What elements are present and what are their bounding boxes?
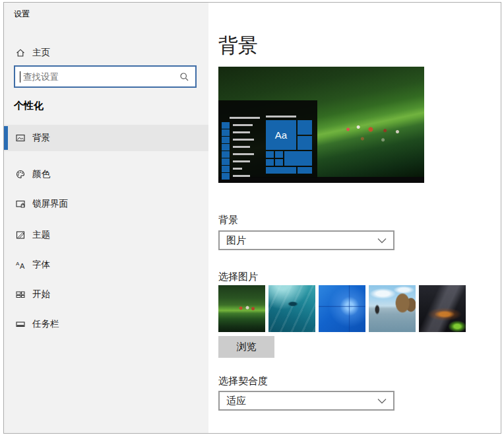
search-icon[interactable] (179, 72, 189, 82)
start-tile (298, 136, 312, 150)
start-tile (266, 159, 274, 166)
sidebar-item-label: 背景 (32, 132, 50, 144)
sidebar-item-label: 字体 (32, 259, 50, 271)
background-dropdown-label: 背景 (218, 214, 238, 226)
sidebar-item-label: 任务栏 (32, 318, 59, 330)
menu-line (233, 124, 253, 126)
menu-line (233, 131, 250, 133)
sidebar-item-home[interactable]: 主页 (4, 40, 208, 65)
menu-tile (222, 129, 230, 136)
browse-button[interactable]: 浏览 (218, 336, 274, 358)
sidebar-item-start[interactable]: 开始 (4, 281, 208, 308)
start-tile (284, 151, 312, 166)
start-tile (275, 159, 283, 166)
start-tile (298, 120, 312, 135)
thumbnail-underwater-swimmer[interactable] (268, 285, 315, 332)
sidebar: 设置 主页 个性化 背景 (4, 3, 208, 433)
sidebar-item-lock-screen[interactable]: 锁屏界面 (4, 191, 208, 217)
start-menu-overlay: Aa (218, 100, 317, 178)
sidebar-item-label: 颜色 (32, 168, 50, 180)
choose-picture-label: 选择图片 (218, 271, 258, 283)
fonts-icon: A A (15, 259, 26, 270)
sidebar-item-themes[interactable]: 主题 (4, 222, 208, 248)
sidebar-home-label: 主页 (32, 47, 50, 59)
menu-tile (222, 144, 230, 151)
aa-tile: Aa (266, 120, 296, 150)
start-tile (266, 167, 296, 174)
start-tile (275, 151, 283, 158)
menu-line (233, 175, 250, 177)
sidebar-section-header: 个性化 (14, 100, 44, 112)
start-tile (298, 167, 312, 174)
chevron-down-icon (377, 238, 387, 244)
menu-line (233, 160, 250, 162)
main-content: 背景 Aa (218, 3, 501, 433)
start-icon (15, 289, 26, 300)
sidebar-item-label: 锁屏界面 (32, 198, 68, 210)
search-box[interactable] (14, 65, 197, 88)
thumbnail-fjord-landscape[interactable] (218, 285, 265, 332)
fit-value: 适应 (226, 395, 246, 407)
settings-window: 设置 主页 个性化 背景 (3, 2, 501, 434)
fit-dropdown[interactable]: 适应 (218, 391, 394, 411)
menu-tile (222, 137, 230, 143)
thumbnail-windows-default-blue[interactable] (319, 285, 365, 332)
home-icon (15, 48, 26, 58)
sidebar-item-background[interactable]: 背景 (4, 125, 208, 151)
search-input[interactable] (20, 72, 179, 82)
sidebar-item-label: 主题 (32, 229, 50, 241)
menu-tile (222, 173, 230, 180)
start-tile (266, 151, 274, 158)
fit-dropdown-label: 选择契合度 (218, 375, 268, 388)
menu-line (230, 117, 260, 119)
window-title: 设置 (14, 9, 30, 20)
sidebar-item-colors[interactable]: 颜色 (4, 161, 208, 187)
palette-icon (15, 169, 26, 180)
menu-tile (222, 166, 230, 172)
menu-line (233, 153, 254, 155)
desktop-background: 设置 主页 个性化 背景 (0, 0, 504, 439)
menu-tile (222, 122, 230, 129)
theme-icon (15, 230, 26, 240)
taskbar-icon (15, 319, 26, 329)
background-image-icon (15, 133, 26, 143)
sidebar-item-label: 开始 (32, 288, 50, 300)
menu-line (266, 116, 296, 118)
menu-line (233, 168, 242, 170)
menu-tile (222, 151, 230, 158)
menu-line (233, 139, 254, 141)
sidebar-item-fonts[interactable]: A A 字体 (4, 252, 208, 278)
thumbnail-night-sky-tent[interactable] (419, 285, 466, 332)
svg-text:A: A (20, 262, 25, 270)
sidebar-item-taskbar[interactable]: 任务栏 (4, 311, 208, 337)
background-preview-image: Aa (218, 67, 424, 183)
thumbnail-beach-rock-arch[interactable] (369, 285, 416, 332)
menu-line (233, 146, 250, 148)
background-type-dropdown[interactable]: 图片 (218, 230, 394, 250)
menu-tile (222, 158, 230, 165)
background-type-value: 图片 (226, 234, 246, 247)
lock-screen-icon (15, 199, 26, 209)
chevron-down-icon (377, 398, 387, 404)
page-title: 背景 (218, 32, 258, 59)
